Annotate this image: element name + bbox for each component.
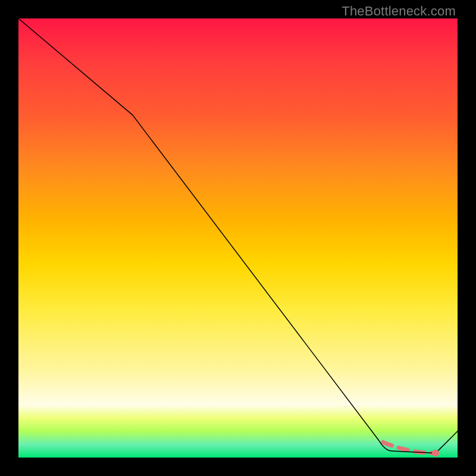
chart-stage: TheBottleneck.com [0, 0, 476, 476]
attribution-text: TheBottleneck.com [342, 4, 456, 19]
optimal-point-marker [432, 450, 439, 457]
bottleneck-curve [18, 18, 458, 453]
chart-overlay [18, 18, 458, 458]
